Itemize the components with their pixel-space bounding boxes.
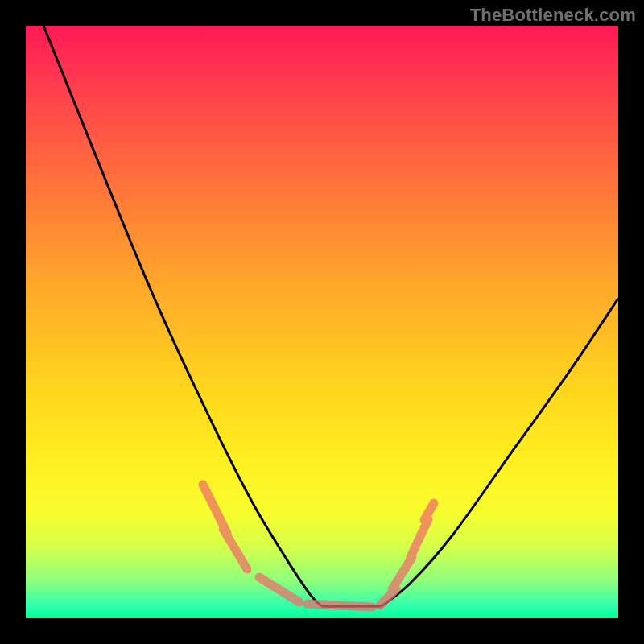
chart-svg (26, 26, 618, 618)
marker-segment (424, 503, 434, 520)
marker-segment (223, 529, 247, 569)
curve-right-branch (382, 299, 618, 607)
marker-segment (308, 604, 372, 607)
watermark: TheBottleneck.com (470, 5, 636, 26)
marker-segment (259, 577, 299, 602)
marker-segment (411, 519, 428, 557)
chart-frame (26, 26, 618, 618)
marker-overlay (203, 485, 434, 607)
curve-left-branch (43, 26, 322, 606)
